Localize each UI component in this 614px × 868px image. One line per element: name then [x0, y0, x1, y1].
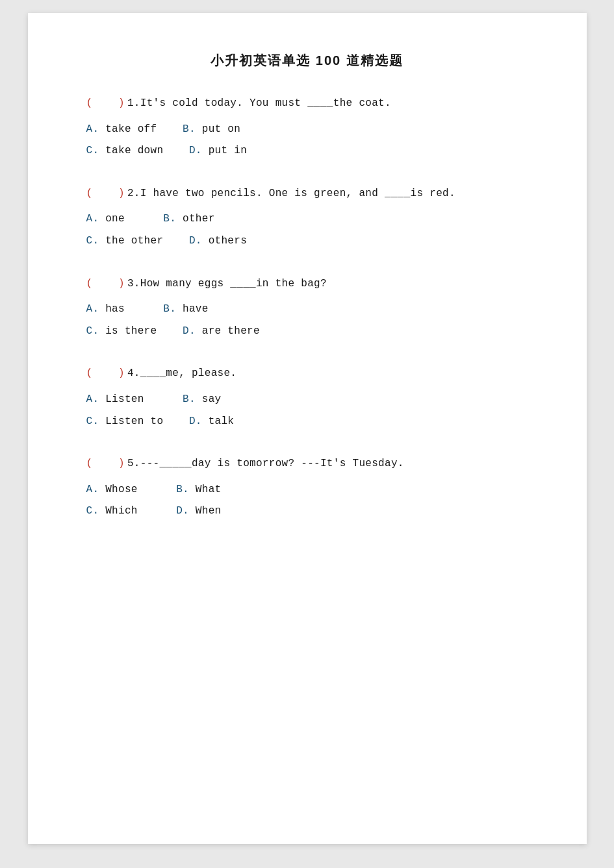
question-2-text: ( )2.I have two pencils. One is green, a… — [86, 186, 528, 203]
q4-option-d-label: D. — [189, 415, 202, 427]
q1-options-row1: A. take off B. put on — [86, 121, 528, 138]
q2-option-c-label: C. — [86, 235, 99, 247]
q5-option-a-label: A. — [86, 484, 99, 495]
q5-option-c-label: C. — [86, 505, 99, 517]
q3-option-c-label: C. — [86, 325, 99, 337]
q5-option-d-label: D. — [176, 505, 189, 517]
q4-option-a-label: A. — [86, 393, 99, 405]
q1-option-d-label: D. — [189, 145, 202, 156]
q4-options-row2: C. Listen to D. talk — [86, 414, 528, 430]
document-page: 小升初英语单选 100 道精选题 ( )1.It's cold today. Y… — [28, 13, 587, 844]
q5-number: 5.---_____day is tomorrow? ---It's Tuesd… — [127, 458, 404, 469]
q3-option-b-label: B. — [163, 303, 176, 315]
q4-option-c-label: C. — [86, 415, 99, 427]
question-block-2: ( )2.I have two pencils. One is green, a… — [86, 186, 528, 250]
q1-option-b-label: B. — [183, 123, 196, 135]
question-block-4: ( )4.____me, please. A. Listen B. say C.… — [86, 366, 528, 430]
q2-option-a-label: A. — [86, 213, 99, 225]
q1-option-c-label: C. — [86, 145, 99, 156]
question-block-3: ( )3.How many eggs ____in the bag? A. ha… — [86, 276, 528, 340]
question-block-5: ( )5.---_____day is tomorrow? ---It's Tu… — [86, 456, 528, 520]
question-4-text: ( )4.____me, please. — [86, 366, 528, 382]
q2-option-b-label: B. — [163, 213, 176, 225]
question-5-text: ( )5.---_____day is tomorrow? ---It's Tu… — [86, 456, 528, 473]
q2-options-row1: A. one B. other — [86, 211, 528, 228]
q5-option-b-label: B. — [176, 484, 189, 495]
q5-bracket: ( ) — [86, 458, 125, 469]
q4-option-b-label: B. — [183, 393, 196, 405]
question-1-text: ( )1.It's cold today. You must ____the c… — [86, 95, 528, 112]
q2-option-d-label: D. — [189, 235, 202, 247]
page-title: 小升初英语单选 100 道精选题 — [86, 52, 528, 69]
q3-bracket: ( ) — [86, 278, 125, 290]
q3-option-a-label: A. — [86, 303, 99, 315]
q1-bracket: ( ) — [86, 97, 125, 109]
q4-bracket: ( ) — [86, 367, 125, 379]
q5-options-row1: A. Whose B. What — [86, 482, 528, 499]
q4-number: 4.____me, please. — [127, 367, 237, 379]
q4-options-row1: A. Listen B. say — [86, 391, 528, 408]
q2-options-row2: C. the other D. others — [86, 233, 528, 250]
q3-options-row2: C. is there D. are there — [86, 323, 528, 340]
q1-options-row2: C. take down D. put in — [86, 143, 528, 160]
q5-options-row2: C. Which D. When — [86, 503, 528, 520]
q3-number: 3.How many eggs ____in the bag? — [127, 278, 327, 290]
question-3-text: ( )3.How many eggs ____in the bag? — [86, 276, 528, 293]
q2-number: 2.I have two pencils. One is green, and … — [127, 188, 455, 199]
question-block-1: ( )1.It's cold today. You must ____the c… — [86, 95, 528, 160]
q1-number: 1.It's cold today. You must ____the coat… — [127, 97, 391, 109]
q1-option-a-label: A. — [86, 123, 99, 135]
q3-options-row1: A. has B. have — [86, 301, 528, 318]
q3-option-d-label: D. — [183, 325, 196, 337]
q2-bracket: ( ) — [86, 188, 125, 199]
